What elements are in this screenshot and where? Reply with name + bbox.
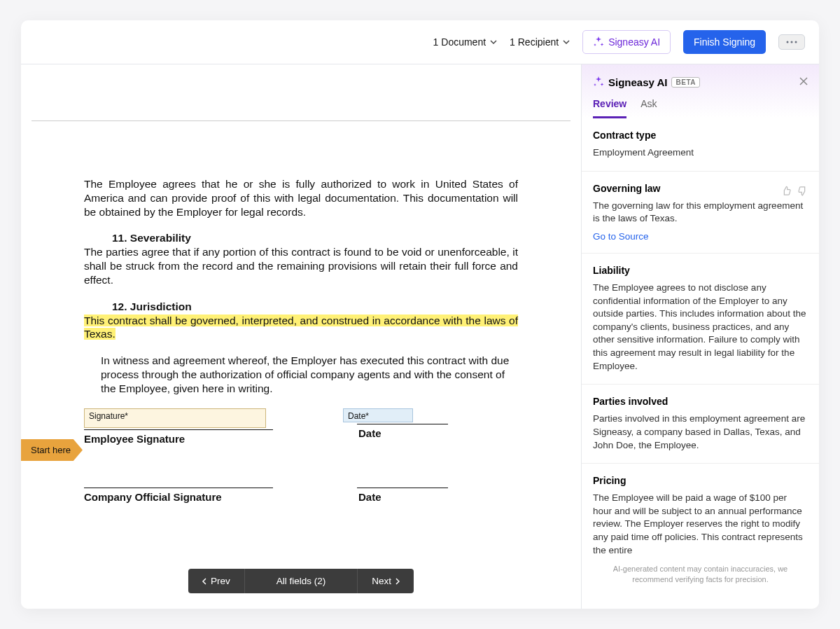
card-governing-law: Governing law The governing law for this… [582, 172, 819, 254]
signature-row-employee: Signature* Employee Signature Date* Date [84, 408, 518, 445]
ellipsis-icon [786, 41, 797, 43]
contract-type-value: Employment Agreement [593, 146, 808, 160]
card-liability: Liability The Employee agrees to not dis… [582, 254, 819, 385]
card-contract-type: Contract type Employment Agreement [582, 118, 819, 172]
prev-label: Prev [211, 576, 230, 586]
top-bar: 1 Document 1 Recipient Signeasy AI Finis… [21, 20, 819, 64]
beta-badge: BETA [671, 77, 699, 88]
ai-button-label: Signeasy AI [608, 36, 660, 48]
ai-disclaimer: AI-generated content may contain inaccur… [582, 557, 819, 591]
next-field-button[interactable]: Next [357, 569, 414, 593]
next-label: Next [372, 576, 391, 586]
parties-title: Parties involved [593, 396, 808, 407]
prev-field-button[interactable]: Prev [188, 569, 244, 593]
date-line [357, 424, 448, 424]
chevron-down-icon [563, 39, 570, 46]
chevron-left-icon [202, 578, 206, 585]
close-ai-panel-button[interactable] [799, 76, 808, 88]
date-label: Date [358, 427, 448, 440]
chevron-right-icon [396, 578, 400, 585]
recipient-count-label: 1 Recipient [510, 36, 559, 48]
governing-law-text: The governing law for this employment ag… [593, 200, 808, 226]
signeasy-ai-button[interactable]: Signeasy AI [582, 30, 671, 54]
finish-signing-button[interactable]: Finish Signing [683, 30, 766, 54]
thumbs-up-icon[interactable] [781, 186, 792, 196]
all-fields-button[interactable]: All fields (2) [244, 569, 358, 593]
app-frame: 1 Document 1 Recipient Signeasy AI Finis… [21, 20, 819, 609]
governing-law-title: Governing law [593, 183, 660, 194]
ai-panel-title: Signeasy AI [608, 76, 667, 88]
jurisdiction-title: 12. Jurisdiction [112, 300, 518, 314]
severability-title: 11. Severability [112, 231, 518, 245]
signature-line [84, 488, 273, 488]
ai-sidebar: Signeasy AI BETA Review Ask Contract typ… [581, 64, 819, 609]
date-label-2: Date [358, 490, 448, 504]
document-body: The Employee agrees that he or she is fu… [21, 177, 581, 504]
field-navigator: Prev All fields (2) Next [188, 569, 414, 593]
ai-header: Signeasy AI BETA Review Ask [582, 64, 819, 118]
date-line [357, 488, 448, 488]
main-content: The Employee agrees that he or she is fu… [21, 64, 819, 609]
svg-point-1 [791, 41, 793, 43]
document-count-dropdown[interactable]: 1 Document [433, 36, 497, 48]
recipient-count-dropdown[interactable]: 1 Recipient [510, 36, 570, 48]
parties-text: Parties involved in this employment agre… [593, 413, 808, 452]
contract-type-title: Contract type [593, 130, 808, 141]
svg-point-0 [787, 41, 789, 43]
company-signature-label: Company Official Signature [84, 490, 273, 504]
document-pane[interactable]: The Employee agrees that he or she is fu… [21, 64, 581, 609]
liability-text: The Employee agrees to not disclose any … [593, 282, 808, 373]
employee-signature-input[interactable]: Signature* [84, 408, 266, 428]
severability-text: The parties agree that if any portion of… [84, 246, 518, 286]
tab-ask[interactable]: Ask [640, 98, 657, 118]
chevron-down-icon [490, 39, 497, 46]
ai-tabs: Review Ask [593, 98, 808, 118]
go-to-source-link[interactable]: Go to Source [593, 231, 649, 242]
page-divider [31, 120, 570, 121]
close-icon [799, 77, 808, 85]
document-count-label: 1 Document [433, 36, 486, 48]
svg-point-2 [795, 41, 797, 43]
sparkle-icon [593, 76, 604, 88]
pricing-title: Pricing [593, 475, 808, 486]
witness-paragraph: In witness and agreement whereof, the Em… [101, 354, 518, 395]
more-options-button[interactable] [778, 34, 805, 50]
card-pricing: Pricing The Employee will be paid a wage… [582, 464, 819, 557]
jurisdiction-highlight: This contract shall be governed, interpr… [84, 314, 518, 340]
card-parties: Parties involved Parties involved in thi… [582, 385, 819, 464]
employee-signature-label: Employee Signature [84, 432, 273, 445]
thumbs-down-icon[interactable] [797, 186, 808, 196]
date-input[interactable]: Date* [343, 408, 413, 422]
finish-button-label: Finish Signing [694, 36, 755, 48]
sparkle-icon [593, 36, 604, 48]
liability-title: Liability [593, 265, 808, 276]
tab-review[interactable]: Review [593, 98, 626, 118]
start-here-tag[interactable]: Start here [21, 439, 83, 461]
all-fields-label: All fields (2) [276, 576, 326, 586]
authorization-paragraph: The Employee agrees that he or she is fu… [84, 177, 518, 219]
signature-line [84, 429, 273, 430]
pricing-text: The Employee will be paid a wage of $100… [593, 492, 808, 557]
ai-review-cards[interactable]: Contract type Employment Agreement Gover… [582, 118, 819, 591]
signature-row-company: Company Official Signature Date [84, 481, 518, 504]
